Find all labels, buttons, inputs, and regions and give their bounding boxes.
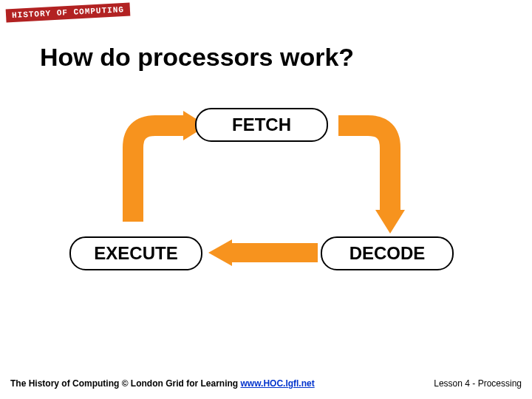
- arrow-decode-to-execute: [208, 239, 318, 266]
- footer-credit: The History of Computing © London Grid f…: [10, 378, 315, 389]
- credit-text: The History of Computing © London Grid f…: [10, 378, 240, 389]
- svg-marker-1: [375, 210, 405, 233]
- node-fetch: FETCH: [195, 108, 328, 142]
- slide-title: How do processors work?: [40, 43, 354, 72]
- svg-marker-3: [208, 239, 232, 266]
- brand-badge: HISTORY OF COMPUTING: [6, 3, 131, 23]
- arrow-fetch-to-decode: [338, 126, 405, 233]
- node-execute: EXECUTE: [69, 236, 202, 270]
- footer-lesson: Lesson 4 - Processing: [434, 378, 522, 389]
- credit-link[interactable]: www.HOC.lgfl.net: [240, 378, 314, 389]
- node-decode: DECODE: [321, 236, 454, 270]
